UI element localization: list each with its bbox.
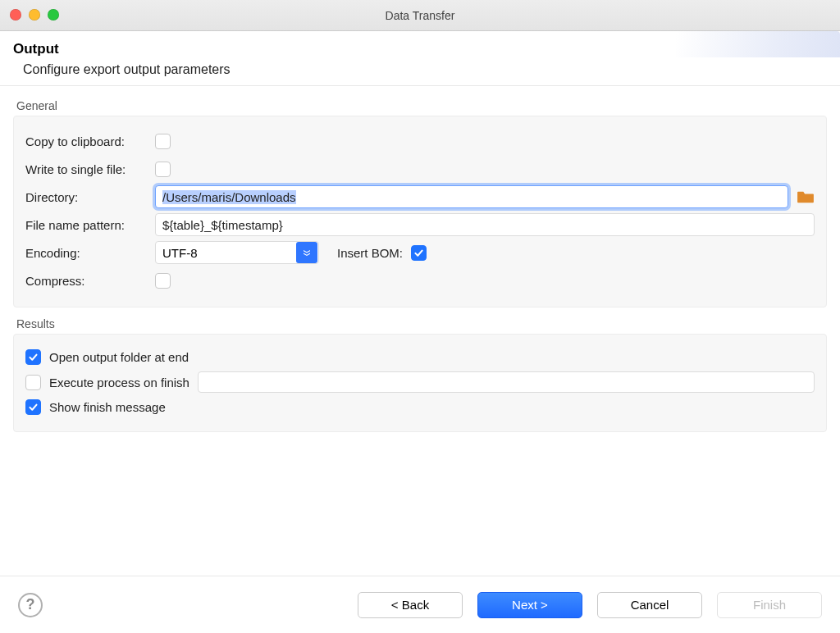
directory-value: /Users/maris/Downloads [162,190,296,204]
window-title: Data Transfer [386,9,455,22]
encoding-label: Encoding: [25,246,155,260]
help-icon[interactable]: ? [18,593,43,617]
results-section-label: Results [16,317,827,330]
write-single-file-checkbox[interactable] [155,162,171,177]
results-section: Open output folder at end Execute proces… [13,334,827,432]
file-pattern-input[interactable] [155,213,815,236]
general-section-label: General [16,99,827,112]
encoding-dropdown-button[interactable] [296,242,317,263]
back-button[interactable]: < Back [358,592,463,618]
encoding-value: UTF-8 [156,246,295,260]
next-button[interactable]: Next > [477,592,582,618]
general-section: Copy to clipboard: Write to single file:… [13,116,827,307]
finish-button: Finish [717,592,822,618]
insert-bom-label: Insert BOM: [337,246,403,260]
minimize-window-button[interactable] [29,9,40,20]
encoding-select[interactable]: UTF-8 [155,241,319,264]
write-single-file-label: Write to single file: [25,162,155,176]
insert-bom-checkbox[interactable] [411,245,427,261]
wizard-footer: ? < Back Next > Cancel Finish [0,576,840,633]
open-output-folder-checkbox[interactable] [25,349,41,365]
directory-input[interactable]: /Users/maris/Downloads [155,185,788,208]
compress-label: Compress: [25,274,155,288]
titlebar: Data Transfer [0,0,840,31]
window-traffic-lights [10,9,59,20]
close-window-button[interactable] [10,9,21,20]
execute-process-label: Execute process on finish [49,376,189,389]
copy-clipboard-checkbox[interactable] [155,134,171,149]
zoom-window-button[interactable] [48,9,59,20]
page-subtitle: Configure export output parameters [13,62,827,77]
open-output-folder-label: Open output folder at end [49,350,189,364]
wizard-header: Output Configure export output parameter… [0,31,840,86]
browse-folder-icon[interactable] [797,189,815,204]
file-pattern-label: File name pattern: [25,218,155,232]
copy-clipboard-label: Copy to clipboard: [25,134,155,148]
directory-label: Directory: [25,190,155,204]
wizard-content: General Copy to clipboard: Write to sing… [0,86,840,576]
execute-process-checkbox[interactable] [25,375,41,390]
compress-checkbox[interactable] [155,273,171,289]
show-finish-message-checkbox[interactable] [25,399,41,415]
cancel-button[interactable]: Cancel [597,592,702,618]
show-finish-message-label: Show finish message [49,400,166,414]
header-decoration [676,31,840,57]
execute-process-input[interactable] [198,371,815,393]
